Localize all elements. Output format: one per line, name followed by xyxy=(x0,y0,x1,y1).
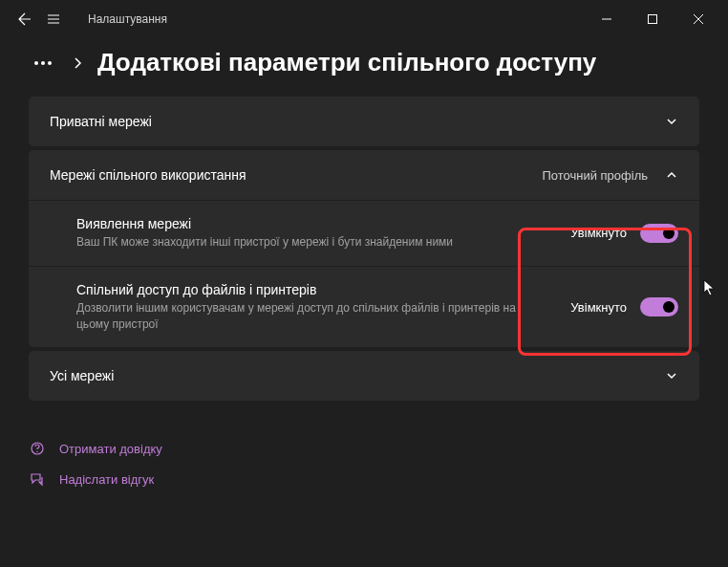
toggle-knob xyxy=(663,301,674,313)
svg-point-2 xyxy=(36,451,37,452)
help-link-text: Отримати довідку xyxy=(59,442,162,456)
section-header-right xyxy=(665,369,678,382)
close-button[interactable] xyxy=(676,4,720,34)
window-controls xyxy=(585,4,720,34)
back-button[interactable] xyxy=(17,11,32,27)
section-body: Виявлення мережі Ваш ПК може знаходити і… xyxy=(29,200,699,347)
section-shared-networks: Мережі спільного використання Поточний п… xyxy=(29,150,699,347)
maximize-button[interactable] xyxy=(631,4,674,34)
toggle-network-discovery[interactable] xyxy=(640,224,678,243)
setting-description: Ваш ПК може знаходити інші пристрої у ме… xyxy=(76,234,551,251)
footer-links: Отримати довідку Надіслати відгук xyxy=(0,404,728,494)
chevron-down-icon xyxy=(665,369,678,382)
chevron-down-icon xyxy=(665,115,678,128)
menu-button[interactable] xyxy=(46,11,61,27)
minimize-icon xyxy=(602,14,611,24)
feedback-link-text: Надіслати відгук xyxy=(59,472,154,487)
chevron-up-icon xyxy=(665,168,678,182)
hamburger-icon xyxy=(46,11,61,27)
app-title: Налаштування xyxy=(88,12,167,26)
content-area: Приватні мережі Мережі спільного викорис… xyxy=(0,97,728,401)
feedback-icon xyxy=(29,471,46,487)
help-link[interactable]: Отримати довідку xyxy=(29,433,699,464)
setting-network-discovery: Виявлення мережі Ваш ПК може знаходити і… xyxy=(29,201,699,266)
toggle-file-printer-sharing[interactable] xyxy=(640,297,678,316)
setting-title: Спільний доступ до файлів і принтерів xyxy=(76,282,551,297)
setting-title: Виявлення мережі xyxy=(76,216,551,231)
section-header-right xyxy=(665,115,678,128)
page-header: Додаткові параметри спільного доступу xyxy=(0,38,728,97)
toggle-group: Увімкнуто xyxy=(570,297,678,316)
section-header-right: Поточний профіль xyxy=(542,168,678,183)
section-header-shared[interactable]: Мережі спільного використання Поточний п… xyxy=(29,150,699,200)
current-profile-label: Поточний профіль xyxy=(542,168,648,183)
toggle-knob xyxy=(663,228,674,239)
toggle-group: Увімкнуто xyxy=(570,224,678,243)
feedback-link[interactable]: Надіслати відгук xyxy=(29,464,699,494)
section-title: Приватні мережі xyxy=(50,114,152,129)
setting-description: Дозволити іншим користувачам у мережі до… xyxy=(76,300,551,333)
minimize-button[interactable] xyxy=(585,4,629,34)
svg-rect-0 xyxy=(649,15,657,24)
toggle-state-label: Увімкнуто xyxy=(570,300,627,315)
breadcrumb-ellipsis-icon[interactable] xyxy=(29,55,57,71)
close-icon xyxy=(694,14,703,24)
arrow-left-icon xyxy=(17,11,32,27)
section-title: Усі мережі xyxy=(50,368,114,383)
setting-text: Виявлення мережі Ваш ПК може знаходити і… xyxy=(76,216,570,251)
section-header-private[interactable]: Приватні мережі xyxy=(29,97,699,146)
section-private-networks: Приватні мережі xyxy=(29,97,699,146)
setting-file-printer-sharing: Спільний доступ до файлів і принтерів До… xyxy=(29,266,699,348)
section-all-networks: Усі мережі xyxy=(29,351,699,401)
page-title: Додаткові параметри спільного доступу xyxy=(97,48,596,77)
setting-text: Спільний доступ до файлів і принтерів До… xyxy=(76,282,570,333)
maximize-icon xyxy=(648,14,657,24)
help-icon xyxy=(29,441,46,456)
section-title: Мережі спільного використання xyxy=(50,167,246,183)
section-header-all[interactable]: Усі мережі xyxy=(29,351,699,401)
toggle-state-label: Увімкнуто xyxy=(570,226,627,240)
titlebar: Налаштування xyxy=(0,0,728,38)
chevron-right-icon xyxy=(73,56,82,70)
titlebar-left: Налаштування xyxy=(8,11,167,27)
